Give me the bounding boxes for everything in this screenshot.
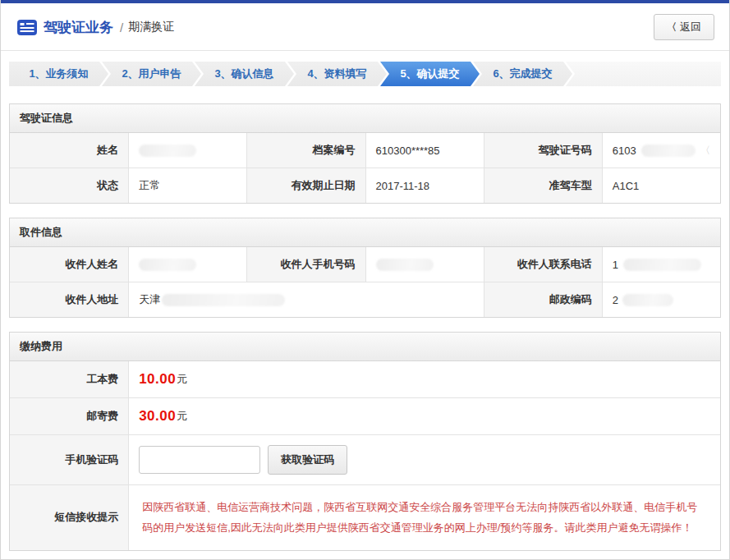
recipient-mobile-value: [365, 247, 484, 282]
recipient-phone-label: 收件人联系电话: [484, 247, 602, 282]
fees-section: 缴纳费用 工本费 10.00 元 邮寄费 30.00 元 手机验证码 获取验证码…: [9, 332, 721, 551]
pickup-info-section: 取件信息 收件人姓名 收件人手机号码 收件人联系电话 1 收件人地址 天津 邮政…: [9, 218, 721, 318]
valid-until-label: 有效期止日期: [246, 168, 365, 203]
redacted-recipient-address: [162, 294, 285, 306]
license-no-value: 6103 〈: [602, 133, 720, 168]
status-label: 状态: [10, 168, 128, 203]
steps-filler: [566, 62, 721, 86]
step-tab-3[interactable]: 3、确认信息: [195, 62, 294, 86]
page: 驾驶证业务 / 期满换证 〈 返回 1、业务须知 2、用户申告 3、确认信息 4…: [0, 0, 730, 560]
license-section-title: 驾驶证信息: [10, 104, 720, 133]
sms-code-cell: 获取验证码: [128, 435, 720, 484]
back-button-label: 返回: [680, 20, 701, 34]
recipient-name-value: [128, 247, 246, 282]
redacted-name: [139, 145, 196, 157]
step-tab-label: 4、资料填写: [307, 67, 366, 81]
step-tab-label: 2、用户申告: [122, 67, 181, 81]
recipient-address-prefix: 天津: [139, 292, 160, 307]
step-tab-6[interactable]: 6、完成提交: [473, 62, 572, 86]
production-fee-label: 工本费: [10, 361, 128, 397]
step-tab-label: 6、完成提交: [493, 67, 552, 81]
page-header: 驾驶证业务 / 期满换证 〈 返回: [1, 3, 729, 51]
recipient-name-label: 收件人姓名: [10, 247, 128, 282]
fee-unit: 元: [177, 372, 187, 387]
name-value: [128, 133, 246, 168]
step-tab-label: 1、业务须知: [29, 67, 88, 81]
recipient-phone-value: 1: [602, 247, 720, 282]
step-tab-5-active[interactable]: 5、确认提交: [380, 62, 480, 86]
step-tab-1[interactable]: 1、业务须知: [9, 62, 108, 86]
steps-bar: 1、业务须知 2、用户申告 3、确认信息 4、资料填写 5、确认提交 6、完成提…: [9, 62, 721, 86]
fee-unit: 元: [177, 409, 187, 424]
table-row: 收件人地址 天津 邮政编码 2: [10, 282, 720, 317]
valid-until-value: 2017-11-18: [365, 168, 484, 203]
recipient-address-value: 天津: [128, 282, 484, 317]
license-list-icon: [17, 20, 37, 35]
status-value: 正常: [128, 168, 246, 203]
file-no-value: 610300****85: [365, 133, 484, 168]
production-fee-value: 10.00 元: [128, 361, 720, 397]
back-chevron-icon: 〈: [667, 21, 677, 34]
redacted-recipient-phone: [623, 259, 701, 271]
postage-fee-label: 邮寄费: [10, 398, 128, 434]
table-row: 收件人姓名 收件人手机号码 收件人联系电话 1: [10, 247, 720, 282]
name-label: 姓名: [10, 133, 128, 168]
license-info-section: 驾驶证信息 姓名 档案编号 610300****85 驾驶证号码 6103 〈 …: [9, 103, 721, 204]
recipient-address-label: 收件人地址: [10, 282, 128, 317]
file-no-label: 档案编号: [246, 133, 365, 168]
fees-section-title: 缴纳费用: [10, 333, 720, 361]
license-no-label: 驾驶证号码: [484, 133, 602, 168]
get-code-button[interactable]: 获取验证码: [268, 445, 347, 475]
production-fee-amount: 10.00: [139, 371, 176, 388]
vehicle-class-value: A1C1: [602, 168, 720, 203]
postage-fee-value: 30.00 元: [128, 398, 720, 434]
table-row: 姓名 档案编号 610300****85 驾驶证号码 6103 〈: [10, 133, 720, 168]
recipient-phone-prefix: 1: [613, 259, 618, 271]
table-row: 邮寄费 30.00 元: [10, 397, 720, 434]
redacted-postal-code: [622, 294, 673, 306]
step-tab-2[interactable]: 2、用户申告: [102, 62, 201, 86]
pickup-section-title: 取件信息: [10, 218, 720, 247]
back-button[interactable]: 〈 返回: [654, 14, 714, 40]
sms-notice-cell: 因陕西省联通、电信运营商技术问题，陕西省互联网交通安全综合服务管理平台无法向持陕…: [128, 485, 720, 550]
postal-code-prefix: 2: [613, 294, 618, 306]
sms-notice-text: 因陕西省联通、电信运营商技术问题，陕西省互联网交通安全综合服务管理平台无法向持陕…: [139, 495, 710, 540]
sms-notice-label: 短信接收提示: [10, 485, 128, 550]
redaction-tail-mark: 〈: [700, 144, 710, 158]
table-row: 工本费 10.00 元: [10, 361, 720, 397]
breadcrumb-separator: /: [120, 21, 123, 34]
redacted-license-no: [641, 145, 696, 157]
step-tab-label: 3、确认信息: [214, 67, 273, 81]
vehicle-class-label: 准驾车型: [484, 168, 602, 203]
page-title: 驾驶证业务: [44, 18, 113, 37]
postal-code-value: 2: [602, 282, 720, 317]
breadcrumb-subtitle: 期满换证: [128, 20, 174, 34]
recipient-mobile-label: 收件人手机号码: [246, 247, 365, 282]
step-tab-label: 5、确认提交: [400, 67, 459, 81]
sms-code-input[interactable]: [139, 446, 260, 474]
postal-code-label: 邮政编码: [484, 282, 602, 317]
postage-fee-amount: 30.00: [139, 408, 176, 425]
redacted-recipient-name: [139, 259, 196, 271]
sms-code-label: 手机验证码: [10, 435, 128, 484]
table-row: 短信接收提示 因陕西省联通、电信运营商技术问题，陕西省互联网交通安全综合服务管理…: [10, 484, 720, 550]
redacted-recipient-mobile: [376, 259, 434, 271]
table-row: 状态 正常 有效期止日期 2017-11-18 准驾车型 A1C1: [10, 168, 720, 203]
license-no-prefix: 6103: [613, 145, 636, 157]
step-tab-4[interactable]: 4、资料填写: [287, 62, 387, 86]
table-row: 手机验证码 获取验证码: [10, 434, 720, 484]
